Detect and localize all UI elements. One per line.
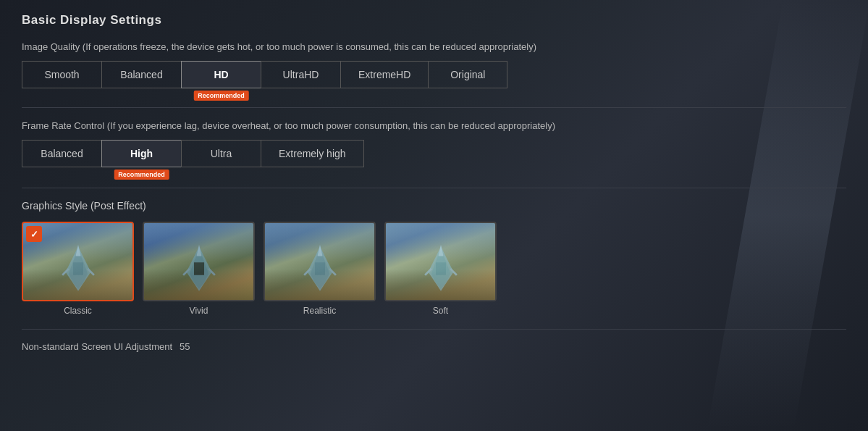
iq-option-hd[interactable]: HD Recommended — [181, 61, 261, 88]
image-quality-options: Smooth Balanced HD Recommended UltraHD E… — [22, 61, 846, 88]
divider-1 — [22, 107, 846, 108]
frame-rate-section: Frame Rate Control (If you experience la… — [22, 120, 846, 167]
mech-svg-classic — [56, 243, 100, 294]
mech-svg-vivid — [177, 243, 221, 294]
graphics-thumb-classic: ✓ — [22, 222, 134, 301]
divider-2 — [22, 188, 846, 188]
realistic-label: Realistic — [303, 306, 336, 316]
svg-rect-8 — [194, 263, 204, 276]
graphics-option-vivid[interactable]: Vivid — [143, 222, 255, 316]
frame-rate-label: Frame Rate Control (If you experience la… — [22, 120, 846, 133]
svg-rect-14 — [315, 263, 325, 276]
divider-3 — [22, 329, 846, 330]
high-recommended-badge: Recommended — [114, 170, 169, 180]
fr-option-ultra[interactable]: Ultra — [181, 140, 261, 167]
svg-rect-20 — [436, 263, 446, 276]
fr-option-high[interactable]: High Recommended — [101, 140, 181, 167]
nonstandard-section: Non-standard Screen UI Adjustment 55 — [22, 341, 846, 352]
nonstandard-label: Non-standard Screen UI Adjustment — [22, 341, 172, 352]
graphics-thumb-vivid — [143, 222, 255, 301]
graphics-thumb-soft — [384, 222, 497, 301]
mech-svg-soft — [419, 243, 463, 294]
classic-label: Classic — [64, 306, 92, 316]
iq-option-balanced[interactable]: Balanced — [101, 61, 181, 88]
hd-recommended-badge: Recommended — [193, 91, 249, 101]
classic-check: ✓ — [26, 226, 42, 242]
graphics-style-label: Graphics Style (Post Effect) — [22, 200, 846, 212]
iq-option-smooth[interactable]: Smooth — [22, 61, 101, 88]
mech-svg-realistic — [298, 243, 342, 294]
iq-option-extremehd[interactable]: ExtremeHD — [340, 61, 428, 88]
page-title: Basic Display Settings — [22, 13, 846, 28]
iq-option-original[interactable]: Original — [428, 61, 507, 88]
graphics-option-realistic[interactable]: Realistic — [264, 222, 376, 316]
nonstandard-value: 55 — [180, 341, 190, 352]
image-quality-section: Image Quality (If operations freeze, the… — [22, 41, 846, 88]
image-quality-label: Image Quality (If operations freeze, the… — [22, 41, 846, 54]
frame-rate-options: Balanced High Recommended Ultra Extremel… — [22, 140, 846, 167]
fr-option-balanced[interactable]: Balanced — [22, 140, 101, 167]
graphics-style-section: Graphics Style (Post Effect) — [22, 200, 846, 316]
graphics-style-grid: ✓ Classic — [22, 222, 846, 316]
svg-rect-2 — [73, 263, 83, 276]
graphics-option-soft[interactable]: Soft — [384, 222, 497, 316]
graphics-option-classic[interactable]: ✓ Classic — [22, 222, 134, 316]
graphics-thumb-realistic — [264, 222, 376, 301]
soft-label: Soft — [433, 306, 448, 316]
iq-option-ultrahd[interactable]: UltraHD — [261, 61, 340, 88]
fr-option-extremely-high[interactable]: Extremely high — [261, 140, 364, 167]
vivid-label: Vivid — [190, 306, 208, 316]
